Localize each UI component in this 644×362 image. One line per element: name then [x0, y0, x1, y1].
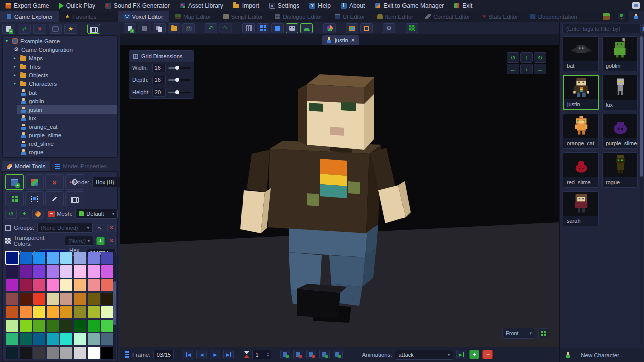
tree-item-bat[interactable]: bat [3, 88, 117, 97]
palette-swatch[interactable] [60, 293, 72, 305]
add-voxel-tool[interactable] [5, 174, 24, 190]
tab-model-properties[interactable]: Model Properties [50, 161, 112, 171]
tree-item-maps[interactable]: ▸Maps [3, 54, 117, 62]
step-input[interactable] [253, 352, 265, 358]
remove-mesh-button[interactable]: − [46, 209, 57, 219]
palette-swatch[interactable] [20, 252, 32, 264]
show-model-button[interactable] [286, 23, 298, 33]
palette-swatch[interactable] [88, 252, 100, 264]
palette-swatch[interactable] [88, 320, 100, 332]
document-tab-justin[interactable]: justin × [322, 35, 359, 45]
pan-right-button[interactable]: → [534, 64, 546, 74]
tab-item-editor[interactable]: Item Editor [371, 11, 420, 22]
fit-view-button[interactable] [538, 328, 548, 338]
chevron-right-icon[interactable]: ▸ [14, 64, 18, 69]
tab-voxel-editor[interactable]: Voxel Editor [118, 11, 169, 22]
tab-stats-editor[interactable]: ♥Stats Editor [476, 11, 524, 22]
card-goblin[interactable]: goblin [602, 36, 638, 71]
first-frame-button[interactable]: ◀ [183, 350, 193, 359]
card-purple-slime[interactable]: purple_slime [602, 114, 638, 149]
frame-input[interactable] [153, 350, 174, 359]
chevron-down-icon[interactable]: ▾ [14, 81, 18, 86]
menu-settings[interactable]: Settings [269, 2, 299, 9]
prev-frame-button[interactable]: ◀ [196, 350, 207, 359]
palette-swatch[interactable] [6, 306, 18, 318]
tab-map-editor[interactable]: Map Editor [169, 11, 217, 22]
tag-filter-input[interactable] [562, 24, 641, 33]
next-frame-button[interactable]: ▶ [210, 350, 220, 359]
menu-help[interactable]: Help [309, 2, 331, 9]
slider-knob[interactable] [175, 66, 179, 70]
palette-swatch[interactable] [74, 306, 86, 318]
tree-item-rogue[interactable]: rogue [3, 148, 117, 156]
palette-tool[interactable] [32, 209, 44, 219]
palette-swatch[interactable] [88, 306, 100, 318]
save-model-button[interactable] [138, 23, 151, 33]
delete-frame-button[interactable] [306, 350, 316, 359]
palette-swatch[interactable] [60, 333, 72, 345]
palette-swatch[interactable] [47, 306, 59, 318]
group-delete-button[interactable]: × [107, 224, 116, 232]
palette-swatch[interactable] [33, 333, 45, 345]
mesh-dropdown[interactable]: Default▾ [75, 209, 118, 219]
palette-swatch[interactable] [101, 279, 113, 291]
slider-knob[interactable] [175, 78, 179, 82]
library-tab-objects[interactable] [614, 11, 629, 22]
palette-swatch[interactable] [33, 252, 45, 264]
eyedropper-tool[interactable] [45, 191, 64, 206]
palette-swatch[interactable] [47, 252, 59, 264]
menu-quick-play[interactable]: Quick Play [59, 2, 95, 9]
tab-combat-editor[interactable]: Combat Editor [419, 11, 476, 22]
viewport[interactable]: Grid Dimensions Width: Depth: Height: [120, 45, 559, 347]
width-input[interactable] [152, 64, 166, 72]
palette-swatch[interactable] [33, 279, 45, 291]
palette-swatch[interactable] [74, 333, 86, 345]
palette-swatch[interactable] [88, 347, 100, 359]
slider-knob[interactable] [175, 90, 179, 94]
card-red-slime[interactable]: red_slime [563, 152, 599, 188]
palette-swatch[interactable] [20, 320, 32, 332]
add-asset-button[interactable] [2, 24, 15, 34]
new-model-button[interactable] [124, 23, 136, 33]
palette-swatch[interactable] [6, 252, 18, 264]
palette-scrollbar[interactable] [113, 252, 116, 359]
link-tool[interactable] [65, 191, 84, 206]
mirror-button[interactable] [406, 23, 418, 33]
palette-swatch[interactable] [60, 320, 72, 332]
groups-dropdown[interactable]: (None Defined)▾ [37, 223, 93, 233]
palette-swatch[interactable] [74, 293, 86, 305]
sync-assets-button[interactable]: ⇄ [18, 24, 31, 34]
palette-swatch[interactable] [20, 333, 32, 345]
card-lux[interactable]: lux [602, 75, 638, 110]
play-animation-button[interactable]: ▶ [456, 350, 466, 359]
link-asset-button[interactable] [87, 24, 100, 34]
paint-voxel-tool[interactable] [25, 174, 44, 190]
view-direction-dropdown[interactable]: Front▾ [502, 328, 535, 339]
tree-item-purple-slime[interactable]: purple_slime [3, 131, 117, 139]
tree-item-characters[interactable]: ▾Characters [3, 79, 117, 88]
library-tab-characters[interactable] [629, 11, 644, 22]
window-icon[interactable] [632, 2, 640, 9]
paste-frame-button[interactable] [333, 350, 343, 359]
palette-swatch[interactable] [74, 265, 86, 278]
palette-swatch[interactable] [33, 306, 45, 318]
tree-item-tiles[interactable]: ▸Tiles [3, 62, 117, 71]
palette-swatch[interactable] [20, 265, 32, 278]
expand-tool[interactable] [5, 191, 24, 206]
palette-swatch[interactable] [6, 265, 18, 278]
favorite-button[interactable]: ★ [64, 24, 77, 34]
delete-asset-button[interactable]: × [33, 24, 46, 34]
card-justin[interactable]: justin [563, 75, 599, 110]
palette-swatch[interactable] [74, 252, 86, 264]
show-ground-button[interactable] [300, 23, 313, 33]
height-input[interactable] [152, 88, 166, 97]
close-icon[interactable]: × [351, 37, 355, 44]
palette-swatch[interactable] [33, 320, 45, 332]
palette-swatch[interactable] [6, 293, 18, 305]
palette-swatch[interactable] [47, 347, 59, 359]
height-slider[interactable] [168, 92, 191, 93]
palette-swatch[interactable] [88, 333, 100, 345]
palette-swatch[interactable] [47, 265, 59, 278]
move-tool[interactable]: + [19, 209, 30, 219]
palette-swatch[interactable] [101, 252, 113, 264]
